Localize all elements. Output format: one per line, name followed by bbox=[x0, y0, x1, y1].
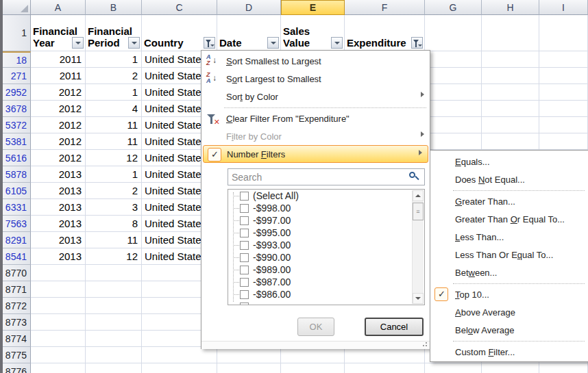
cell[interactable] bbox=[31, 331, 86, 347]
filter-value-option[interactable]: -$997.00 bbox=[228, 214, 424, 227]
column-header[interactable]: H bbox=[482, 0, 539, 15]
cell-financial-year[interactable]: 2012 bbox=[31, 117, 86, 133]
submenu-item[interactable]: ✓ Custom Filter... bbox=[430, 343, 588, 361]
row-header[interactable]: 18 bbox=[3, 51, 31, 68]
cell[interactable] bbox=[482, 84, 539, 101]
filter-dropdown-button[interactable] bbox=[128, 37, 140, 49]
filter-value-option[interactable]: -$993.00 bbox=[228, 239, 424, 251]
cell-financial-year[interactable]: 2012 bbox=[31, 133, 86, 150]
cell-financial-year[interactable]: 2012 bbox=[31, 150, 86, 166]
filter-value-option[interactable]: -$995.00 bbox=[228, 227, 424, 239]
cell[interactable] bbox=[31, 298, 86, 314]
cell[interactable] bbox=[425, 101, 482, 117]
filter-value-option[interactable]: (Select All) bbox=[228, 190, 424, 202]
filter-value-option[interactable]: -$998.00 bbox=[228, 202, 424, 214]
cell[interactable] bbox=[31, 314, 86, 331]
row-header-1[interactable]: 1 bbox=[3, 15, 31, 51]
row-header[interactable]: 3678 bbox=[3, 101, 31, 117]
cell-c1-country[interactable]: Country bbox=[142, 15, 217, 51]
filter-dropdown-button[interactable] bbox=[331, 37, 343, 49]
cell[interactable] bbox=[539, 133, 588, 150]
cell-financial-year[interactable]: 2013 bbox=[31, 183, 86, 199]
cell[interactable] bbox=[482, 68, 539, 84]
cell[interactable] bbox=[482, 101, 539, 117]
cell[interactable] bbox=[539, 68, 588, 84]
submenu-item[interactable]: ✓ Greater Than... bbox=[430, 192, 588, 210]
scrollbar-thumb[interactable]: ≡ bbox=[413, 203, 424, 220]
submenu-item[interactable]: ✓ Equals... bbox=[430, 153, 588, 170]
submenu-item[interactable]: ✓ Greater Than Or Equal To... bbox=[430, 210, 588, 228]
checkbox-unchecked[interactable] bbox=[240, 278, 249, 287]
cell[interactable] bbox=[539, 117, 588, 133]
cell-financial-period[interactable]: 1 bbox=[86, 166, 142, 183]
filter-value-option[interactable] bbox=[228, 300, 424, 305]
menu-item[interactable]: ✕ ✓ Filter by Color bbox=[201, 127, 430, 145]
filter-value-option[interactable]: -$990.00 bbox=[228, 251, 424, 263]
cell[interactable] bbox=[217, 363, 281, 373]
scroll-down-button[interactable] bbox=[413, 293, 424, 304]
checkbox-unchecked[interactable] bbox=[240, 266, 249, 274]
checkbox-unchecked[interactable] bbox=[240, 303, 249, 306]
row-header[interactable]: 8291 bbox=[3, 232, 31, 248]
cell[interactable] bbox=[482, 363, 539, 373]
filter-value-option[interactable]: -$987.00 bbox=[228, 276, 424, 288]
cell[interactable] bbox=[86, 331, 142, 347]
checkbox-unchecked[interactable] bbox=[240, 253, 249, 262]
row-header[interactable]: 5372 bbox=[3, 117, 31, 133]
row-header[interactable]: 8771 bbox=[3, 281, 31, 298]
cell-financial-period[interactable]: 11 bbox=[86, 117, 142, 133]
cell[interactable] bbox=[86, 363, 142, 373]
cell[interactable] bbox=[86, 347, 142, 363]
cell[interactable] bbox=[86, 314, 142, 331]
cell-financial-year[interactable]: 2012 bbox=[31, 101, 86, 117]
cell-financial-year[interactable]: 2013 bbox=[31, 166, 86, 183]
cell-e1-sales-value[interactable]: Sales Value bbox=[281, 15, 345, 51]
submenu-item[interactable]: ✓ Above Average bbox=[430, 303, 588, 321]
menu-item[interactable]: ZA↓ ✕ ✓ Sort Largest to Smallest bbox=[201, 70, 430, 88]
row-header[interactable]: 2952 bbox=[3, 84, 31, 101]
cell-financial-period[interactable]: 4 bbox=[86, 101, 142, 117]
cell[interactable] bbox=[86, 265, 142, 281]
search-input[interactable] bbox=[228, 168, 425, 185]
cell-financial-period[interactable]: 8 bbox=[86, 216, 142, 232]
cell[interactable] bbox=[142, 347, 217, 363]
cell-financial-period[interactable]: 1 bbox=[86, 84, 142, 101]
submenu-item[interactable]: ✓ Top 10... bbox=[430, 285, 588, 303]
cell-financial-period[interactable]: 12 bbox=[86, 248, 142, 265]
column-header[interactable]: B bbox=[86, 0, 142, 15]
cell-b1-financial-period[interactable]: Financial Period bbox=[86, 15, 142, 51]
row-header[interactable]: 8773 bbox=[3, 314, 31, 331]
cell-financial-period[interactable]: 3 bbox=[86, 199, 142, 216]
row-header[interactable]: 6331 bbox=[3, 199, 31, 216]
cell-financial-year[interactable]: 2012 bbox=[31, 84, 86, 101]
row-header[interactable]: 8541 bbox=[3, 248, 31, 265]
cell[interactable] bbox=[539, 84, 588, 101]
submenu-item[interactable]: ✓ Less Than... bbox=[430, 228, 588, 246]
search-icon[interactable] bbox=[409, 172, 419, 182]
cell-financial-period[interactable]: 12 bbox=[86, 150, 142, 166]
filter-dropdown-button[interactable] bbox=[267, 37, 279, 49]
cell[interactable] bbox=[425, 363, 482, 373]
cell-financial-year[interactable]: 2013 bbox=[31, 216, 86, 232]
menu-item[interactable]: ✕ ✓ Number Filters bbox=[203, 145, 428, 163]
cell[interactable] bbox=[539, 51, 588, 68]
filter-dropdown-button[interactable] bbox=[72, 37, 84, 49]
column-header[interactable]: G bbox=[425, 0, 482, 15]
column-header[interactable]: A bbox=[31, 0, 86, 15]
cell-f1-expenditure[interactable]: Expenditure bbox=[345, 15, 425, 51]
cell[interactable] bbox=[345, 363, 425, 373]
filter-value-option[interactable]: -$989.00 bbox=[228, 263, 424, 276]
cell-financial-period[interactable]: 2 bbox=[86, 68, 142, 84]
row-header[interactable]: 7563 bbox=[3, 216, 31, 232]
cancel-button[interactable]: Cancel bbox=[365, 318, 424, 336]
checkbox-unchecked[interactable] bbox=[240, 192, 249, 201]
filter-applied-button-expenditure[interactable] bbox=[411, 37, 423, 49]
submenu-item[interactable]: ✓ Below Average bbox=[430, 321, 588, 339]
cell[interactable] bbox=[86, 298, 142, 314]
cell[interactable] bbox=[142, 363, 217, 373]
resize-grip[interactable] bbox=[201, 341, 430, 349]
filter-value-option[interactable]: -$986.00 bbox=[228, 288, 424, 300]
cell-a1-financial-year[interactable]: Financial Year bbox=[31, 15, 86, 51]
cell-i1[interactable] bbox=[539, 15, 588, 51]
row-header[interactable]: 271 bbox=[3, 68, 31, 84]
